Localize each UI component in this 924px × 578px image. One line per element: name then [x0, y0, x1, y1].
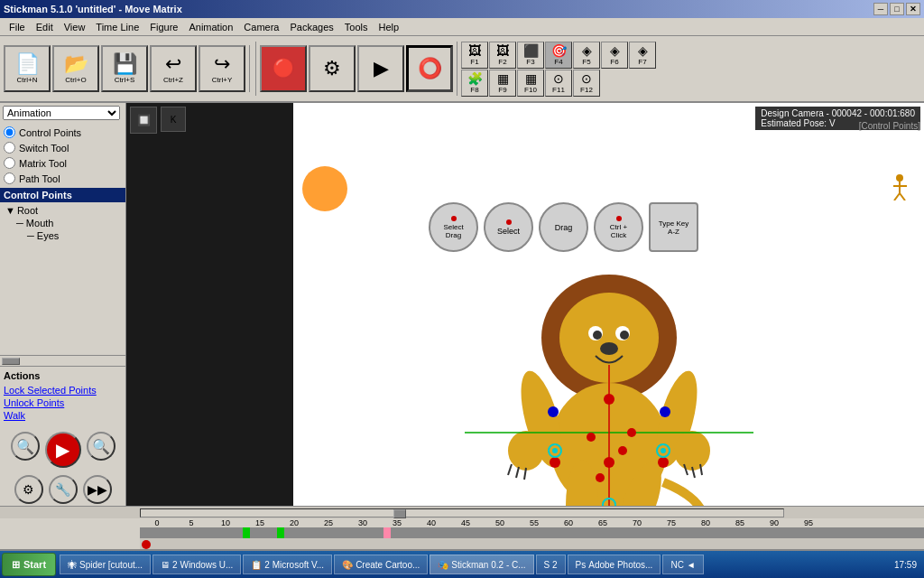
dropdown-row: Animation	[0, 103, 125, 123]
canvas-icon-1[interactable]: 🔲	[130, 107, 157, 134]
f8-btn[interactable]: 🧩F8	[461, 70, 488, 97]
menu-packages[interactable]: Packages	[284, 20, 338, 34]
canvas-icon-2[interactable]: K	[161, 107, 186, 132]
tree-eyes[interactable]: ─ Eyes	[2, 229, 124, 242]
drag-tool[interactable]: Drag	[539, 202, 588, 252]
tree-mouth[interactable]: ─ Mouth	[2, 217, 124, 229]
maximize-btn[interactable]: □	[890, 3, 904, 15]
taskbar-item-windows[interactable]: 🖥 2 Windows U...	[152, 555, 241, 574]
f4-btn[interactable]: 🎯F4	[545, 42, 572, 69]
select-dot	[506, 219, 512, 225]
f2-btn[interactable]: 🖼F2	[489, 42, 516, 69]
taskbar-item-s2[interactable]: S 2	[536, 555, 566, 574]
start-button[interactable]: ⊞ Start	[2, 553, 56, 576]
menu-file[interactable]: File	[4, 20, 31, 34]
scroll-thumb[interactable]	[2, 358, 20, 365]
spider-icon: 🕷	[68, 560, 77, 570]
f11-btn[interactable]: ⊙F11	[545, 70, 572, 97]
menu-edit[interactable]: Edit	[31, 20, 59, 34]
stickman-label: Stickman 0.2 - C...	[451, 560, 525, 570]
taskbar-items: 🕷 Spider [cutout... 🖥 2 Windows U... 📋 2…	[56, 555, 887, 574]
f9-btn[interactable]: ▦F9	[489, 70, 516, 97]
menu-figure[interactable]: Figure	[144, 20, 183, 34]
canvas-small-icons: 🔲 K	[130, 107, 186, 134]
redo-btn[interactable]: ↪ Ctrl+Y	[199, 45, 245, 92]
forward-btn[interactable]: ▶▶	[83, 475, 112, 504]
add-frame-btn[interactable]	[142, 540, 151, 549]
menu-help[interactable]: Help	[373, 20, 404, 34]
open-label: Ctrl+O	[65, 76, 86, 84]
anim-btn-1[interactable]: 🔴	[260, 45, 307, 92]
menu-animation[interactable]: Animation	[183, 20, 238, 34]
select-drag-dot	[451, 216, 457, 221]
select-tool[interactable]: Select	[484, 202, 533, 252]
type-key-tool[interactable]: Type KeyA-Z	[649, 202, 698, 252]
adobe-icon: Ps	[576, 560, 587, 570]
taskbar-item-microsoft[interactable]: 📋 2 Microsoft V...	[243, 555, 332, 574]
anim-btn-3[interactable]: ▶	[357, 45, 404, 92]
toolbar-file-group: 📄 Ctrl+N 📂 Ctrl+O 💾 Ctrl+S ↩ Ctrl+Z ↪ Ct…	[4, 45, 250, 92]
save-btn[interactable]: 💾 Ctrl+S	[101, 45, 148, 92]
anim-btn-4[interactable]: ⭕	[406, 45, 453, 92]
timeline-scrollbar[interactable]	[0, 506, 924, 518]
canvas-left-dark: 🔲 K	[126, 103, 293, 506]
menu-view[interactable]: View	[59, 20, 91, 34]
orange-circle	[302, 166, 347, 211]
menu-camera[interactable]: Camera	[238, 20, 284, 34]
close-btn[interactable]: ✕	[906, 3, 920, 15]
tn-25: 25	[311, 518, 346, 527]
taskbar-item-spider[interactable]: 🕷 Spider [cutout...	[60, 555, 151, 574]
select-drag-tool[interactable]: SelectDrag	[429, 202, 478, 252]
taskbar-item-create[interactable]: 🎨 Create Cartoo...	[334, 555, 428, 574]
f6-btn[interactable]: ◈F6	[601, 42, 628, 69]
taskbar-item-nc[interactable]: NC ◄	[662, 555, 703, 574]
open-btn[interactable]: 📂 Ctrl+O	[52, 45, 99, 92]
animation-dropdown[interactable]: Animation	[3, 106, 120, 120]
ctrl-click-label: Ctrl +Click	[610, 223, 627, 239]
radio-path-tool[interactable]: Path Tool	[4, 172, 122, 184]
undo-label: Ctrl+Z	[163, 76, 183, 84]
eyes-label: ─ Eyes	[27, 230, 59, 241]
white-canvas: Design Camera - 000042 - 000:01:680 Esti…	[293, 103, 924, 506]
tools-btn[interactable]: 🔧	[49, 475, 78, 504]
f1-btn[interactable]: 🖼F1	[461, 42, 488, 69]
unlock-points-link[interactable]: Unlock Points	[4, 397, 122, 408]
tree-root[interactable]: ▼ Root	[2, 204, 124, 217]
timeline-thumb[interactable]	[393, 509, 406, 518]
play-btn[interactable]: ▶	[45, 432, 81, 468]
new-btn[interactable]: 📄 Ctrl+N	[4, 45, 51, 92]
walk-link[interactable]: Walk	[4, 410, 122, 421]
svg-point-15	[600, 342, 618, 355]
f10-btn[interactable]: ▦F10	[517, 70, 544, 97]
svg-point-30	[548, 406, 559, 417]
anim-icon-4: ⭕	[418, 59, 442, 79]
radio-control-points[interactable]: Control Points	[4, 126, 122, 138]
taskbar-item-stickman[interactable]: 🎭 Stickman 0.2 - C...	[430, 555, 533, 574]
window-title: Stickman 5.1.0 'untitled' - Move Matrix	[4, 4, 182, 14]
f7-btn[interactable]: ◈F7	[629, 42, 656, 69]
create-icon: 🎨	[342, 560, 353, 570]
lock-points-link[interactable]: Lock Selected Points	[4, 385, 122, 396]
zoom-in-btn[interactable]: 🔍	[11, 432, 40, 461]
f5-btn[interactable]: ◈F5	[573, 42, 600, 69]
settings-btn[interactable]: ⚙	[14, 475, 43, 504]
undo-btn[interactable]: ↩ Ctrl+Z	[150, 45, 197, 92]
undo-icon: ↩	[165, 54, 181, 74]
anim-btn-2[interactable]: ⚙	[309, 45, 356, 92]
panel-scrollbar[interactable]	[0, 355, 125, 366]
menu-timeline[interactable]: Time Line	[90, 20, 144, 34]
tn-0: 0	[140, 518, 174, 527]
f12-btn[interactable]: ⊙F12	[573, 70, 600, 97]
taskbar-item-adobe[interactable]: Ps Adobe Photos...	[568, 555, 661, 574]
menu-tools[interactable]: Tools	[339, 20, 374, 34]
tn-55: 55	[517, 518, 551, 527]
radio-matrix-tool[interactable]: Matrix Tool	[4, 157, 122, 169]
zoom-out-btn[interactable]: 🔍	[87, 432, 116, 461]
svg-point-35	[661, 448, 666, 453]
svg-point-39	[596, 473, 605, 482]
radio-switch-tool[interactable]: Switch Tool	[4, 142, 122, 154]
f3-btn[interactable]: ⬛F3	[517, 42, 544, 69]
timeline-track[interactable]	[140, 508, 784, 517]
ctrl-click-tool[interactable]: Ctrl +Click	[594, 202, 643, 252]
minimize-btn[interactable]: ─	[873, 3, 888, 15]
